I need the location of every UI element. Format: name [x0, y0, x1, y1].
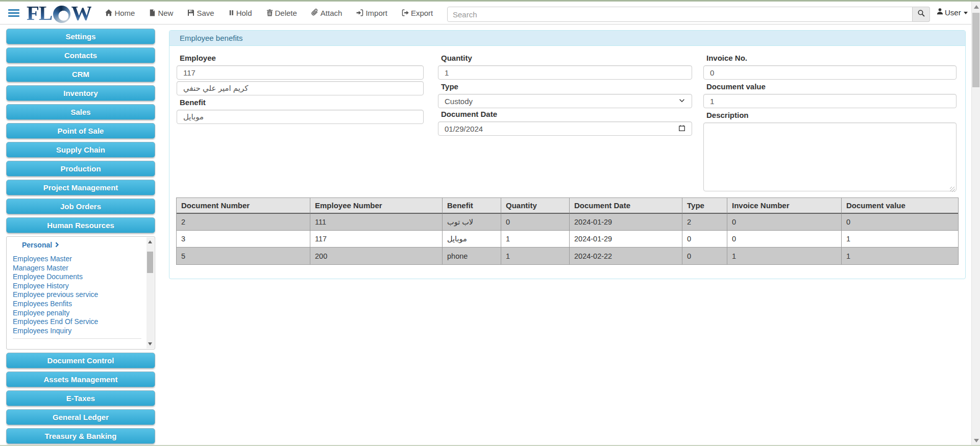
- sidebar-item-inventory[interactable]: Inventory: [6, 85, 155, 101]
- table-header-document-date[interactable]: Document Date: [570, 198, 682, 214]
- table-cell[interactable]: 0: [727, 231, 842, 247]
- table-cell[interactable]: 0: [727, 214, 842, 231]
- quantity-field[interactable]: [438, 65, 692, 80]
- scroll-up-icon[interactable]: [974, 5, 979, 9]
- toolbar-delete-button[interactable]: Delete: [266, 9, 297, 17]
- table-cell[interactable]: 1: [842, 247, 958, 264]
- page-scrollbar[interactable]: [971, 2, 980, 446]
- employee-number-field[interactable]: [177, 65, 424, 80]
- invoice-no-field[interactable]: [703, 65, 957, 80]
- calendar-icon[interactable]: [678, 125, 685, 133]
- table-header-document-number[interactable]: Document Number: [177, 198, 310, 214]
- table-cell[interactable]: 5: [177, 247, 310, 264]
- sidebar-link-employee-documents[interactable]: Employee Documents: [13, 272, 141, 282]
- sidebar-item-production[interactable]: Production: [6, 161, 155, 177]
- sidebar-item-treasury-banking[interactable]: Treasury & Banking: [6, 428, 155, 444]
- type-label: Type: [441, 82, 692, 91]
- sidebar-item-job-orders[interactable]: Job Orders: [6, 199, 155, 214]
- document-date-label: Document Date: [441, 110, 692, 119]
- table-cell[interactable]: 1: [501, 247, 570, 264]
- sidebar-item-supply-chain[interactable]: Supply Chain: [6, 142, 155, 158]
- toolbar-attach-button[interactable]: Attach: [311, 9, 342, 17]
- sidebar-item-sales[interactable]: Sales: [6, 104, 155, 120]
- table-cell[interactable]: لاب توب: [443, 214, 501, 231]
- sidebar-item-project-management[interactable]: Project Management: [6, 180, 155, 195]
- import-icon: [356, 9, 364, 17]
- submenu-scrollbar[interactable]: [146, 237, 154, 349]
- toolbar-save-button[interactable]: Save: [187, 9, 214, 17]
- toolbar-label: Attach: [321, 9, 342, 17]
- panel-body: Employee Benefit Quantity Type Custody D…: [169, 46, 965, 279]
- toolbar-home-button[interactable]: Home: [105, 9, 135, 17]
- description-label: Description: [706, 111, 957, 120]
- sidebar-link-employees-end-of-service[interactable]: Employees End Of Service: [13, 317, 141, 327]
- table-header-document-value[interactable]: Document value: [842, 198, 958, 214]
- sidebar-item-assets-management[interactable]: Assets Management: [6, 371, 155, 387]
- table-header-employee-number[interactable]: Employee Number: [310, 198, 443, 214]
- sidebar-link-managers-master[interactable]: Managers Master: [13, 264, 141, 273]
- sidebar-item-contacts[interactable]: Contacts: [6, 47, 155, 63]
- table-cell[interactable]: 0: [501, 214, 570, 231]
- table-header-benefit[interactable]: Benefit: [443, 198, 501, 214]
- sidebar-link-employee-history[interactable]: Employee History: [13, 282, 141, 291]
- table-cell[interactable]: 1: [727, 247, 842, 264]
- toolbar-new-button[interactable]: New: [149, 9, 173, 17]
- scroll-up-icon[interactable]: [148, 240, 152, 243]
- employee-name-field[interactable]: [177, 81, 424, 95]
- table-cell[interactable]: 2024-01-29: [570, 214, 682, 231]
- user-icon: [936, 8, 944, 17]
- table-cell[interactable]: 0: [682, 231, 727, 247]
- table-cell[interactable]: phone: [443, 247, 501, 264]
- scrollbar-thumb[interactable]: [972, 13, 979, 87]
- sidebar-link-employees-benfits[interactable]: Employees Benfits: [13, 300, 141, 309]
- table-cell[interactable]: 111: [310, 214, 443, 231]
- user-menu[interactable]: User: [936, 8, 968, 17]
- toolbar-export-button[interactable]: Export: [401, 9, 433, 17]
- table-cell[interactable]: 2024-02-22: [570, 247, 682, 264]
- table-cell[interactable]: 200: [310, 247, 443, 264]
- table-cell[interactable]: موبايل: [443, 231, 501, 247]
- search-input[interactable]: [447, 7, 913, 22]
- sidebar-item-general-ledger[interactable]: General Ledger: [6, 409, 155, 425]
- table-cell[interactable]: 2: [177, 214, 310, 231]
- sidebar-item-crm[interactable]: CRM: [6, 66, 155, 82]
- scroll-down-icon[interactable]: [974, 439, 979, 442]
- sidebar-link-employee-previous-service[interactable]: Employee previous service: [13, 290, 141, 300]
- toolbar-label: Save: [197, 9, 214, 17]
- sidebar-link-employees-inquiry[interactable]: Employees Inquiry: [13, 327, 141, 336]
- table-cell[interactable]: 0: [682, 247, 727, 264]
- document-date-input[interactable]: 01/29/2024: [438, 121, 692, 136]
- sidebar-item-document-control[interactable]: Document Control: [6, 353, 155, 368]
- logo-swirl-o-icon: [53, 6, 70, 23]
- resize-grip-icon[interactable]: [950, 187, 955, 192]
- sidebar-item-settings[interactable]: Settings: [6, 29, 155, 44]
- toolbar-hold-button[interactable]: Hold: [228, 9, 252, 17]
- sidebar-item-human-resources[interactable]: Human Resources: [6, 217, 155, 233]
- sidebar-link-employee-penalty[interactable]: Employee penalty: [13, 309, 141, 318]
- table-header-type[interactable]: Type: [682, 198, 727, 214]
- table-cell[interactable]: 0: [842, 214, 958, 231]
- table-cell[interactable]: 1: [842, 231, 958, 247]
- table-cell[interactable]: 1: [501, 231, 570, 247]
- sidebar-item-e-taxes[interactable]: E-Taxes: [6, 390, 155, 406]
- sidebar-item-point-of-sale[interactable]: Point of Sale: [6, 123, 155, 139]
- document-value-field[interactable]: [703, 94, 957, 108]
- table-cell[interactable]: 2024-01-29: [570, 231, 682, 247]
- table-cell[interactable]: 3: [177, 231, 310, 247]
- table-header-quantity[interactable]: Quantity: [501, 198, 570, 214]
- benefit-field[interactable]: [177, 110, 424, 124]
- table-cell[interactable]: 2: [682, 214, 727, 231]
- sidebar-group-personal[interactable]: Personal: [22, 241, 60, 249]
- employee-label: Employee: [180, 54, 424, 63]
- toolbar-import-button[interactable]: Import: [356, 9, 387, 17]
- sidebar-link-employees-master[interactable]: Employees Master: [13, 255, 141, 264]
- hamburger-menu-icon[interactable]: [8, 8, 19, 18]
- scrollbar-thumb[interactable]: [147, 252, 153, 273]
- description-field[interactable]: [703, 122, 957, 191]
- quantity-label: Quantity: [441, 54, 692, 63]
- type-select[interactable]: Custody: [438, 94, 692, 108]
- table-cell[interactable]: 117: [310, 231, 443, 247]
- search-button[interactable]: [913, 7, 930, 22]
- table-header-invoice-number[interactable]: Invoice Number: [727, 198, 842, 214]
- scroll-down-icon[interactable]: [148, 342, 152, 345]
